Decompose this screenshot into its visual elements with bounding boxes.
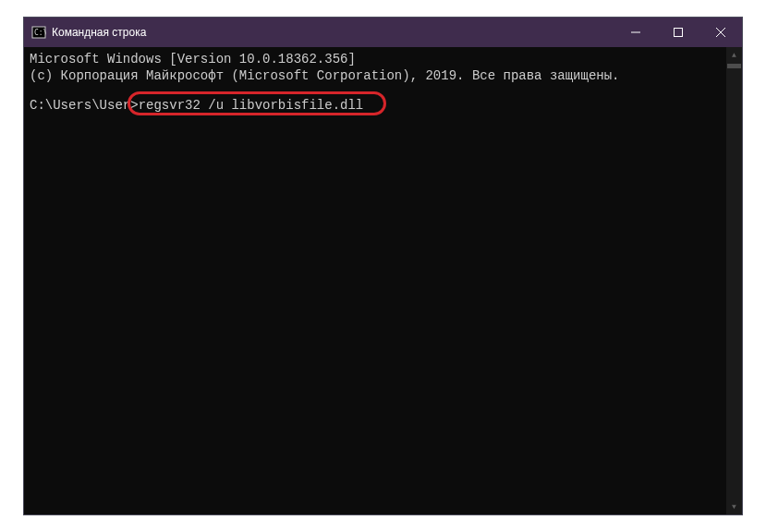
minimize-button[interactable] bbox=[614, 18, 657, 47]
scroll-up-icon[interactable]: ▲ bbox=[726, 47, 742, 63]
version-line: Microsoft Windows [Version 10.0.18362.35… bbox=[30, 51, 736, 67]
cmd-icon: C:\ bbox=[31, 25, 46, 40]
close-button[interactable] bbox=[699, 18, 742, 47]
scrollbar[interactable]: ▲ ▼ bbox=[726, 47, 742, 514]
window-controls bbox=[614, 18, 742, 47]
scroll-down-icon[interactable]: ▼ bbox=[726, 499, 742, 514]
terminal-area[interactable]: Microsoft Windows [Version 10.0.18362.35… bbox=[24, 47, 742, 514]
cmd-window: C:\ Командная строка Microsoft Windows [… bbox=[23, 17, 743, 515]
svg-text:C:\: C:\ bbox=[34, 29, 46, 37]
maximize-button[interactable] bbox=[657, 18, 699, 47]
command-text: regsvr32 /u libvorbisfile.dll bbox=[139, 97, 364, 114]
scrollbar-thumb[interactable] bbox=[727, 64, 741, 68]
copyright-line: (c) Корпорация Майкрософт (Microsoft Cor… bbox=[30, 67, 736, 84]
titlebar[interactable]: C:\ Командная строка bbox=[24, 18, 742, 47]
window-title: Командная строка bbox=[52, 26, 614, 39]
svg-rect-3 bbox=[675, 29, 683, 37]
prompt-text: C:\Users\User> bbox=[30, 97, 139, 114]
prompt-line: C:\Users\User>regsvr32 /u libvorbisfile.… bbox=[30, 97, 736, 114]
